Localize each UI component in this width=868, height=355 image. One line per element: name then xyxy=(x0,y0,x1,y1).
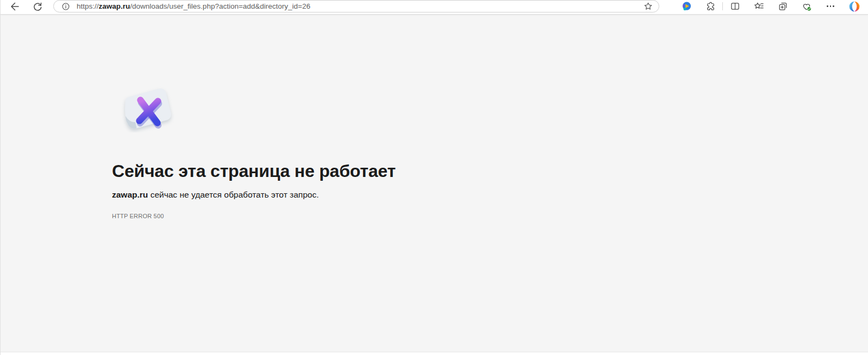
browser-essentials-button[interactable] xyxy=(799,0,814,13)
address-bar[interactable]: https://zawap.ru/downloads/user_files.ph… xyxy=(53,0,659,12)
site-info-icon[interactable] xyxy=(61,2,70,11)
collections-button[interactable] xyxy=(775,0,790,13)
split-screen-button[interactable] xyxy=(727,0,742,13)
star-list-icon xyxy=(754,1,764,11)
back-button[interactable] xyxy=(7,0,22,13)
url-scheme: https:// xyxy=(77,2,99,10)
page-with-x-illustration xyxy=(118,86,177,132)
error-block: Сейчас эта страница не работает zawap.ru… xyxy=(1,15,868,219)
browser-toolbar: https://zawap.ru/downloads/user_files.ph… xyxy=(1,0,868,15)
error-page: Сейчас эта страница не работает zawap.ru… xyxy=(1,15,868,352)
toolbar-right-cluster xyxy=(679,0,862,13)
ellipsis-icon xyxy=(827,5,834,7)
toolbar-divider xyxy=(722,2,723,10)
star-outline-icon xyxy=(644,2,653,11)
media-play-icon xyxy=(682,1,692,11)
copilot-button[interactable] xyxy=(847,0,862,13)
settings-more-button[interactable] xyxy=(823,0,838,13)
browser-window: { "browser": { "url": { "scheme": "https… xyxy=(0,0,868,355)
error-message-domain: zawap.ru xyxy=(112,190,148,199)
error-title: Сейчас эта страница не работает xyxy=(112,161,868,181)
favorites-button[interactable] xyxy=(751,0,766,13)
url-domain: zawap.ru xyxy=(99,2,130,10)
refresh-icon xyxy=(32,1,43,12)
error-message-text: сейчас не удается обработать этот запрос… xyxy=(148,190,319,199)
split-screen-icon xyxy=(730,1,740,11)
url-text[interactable]: https://zawap.ru/downloads/user_files.ph… xyxy=(77,2,641,10)
window-bottom-edge xyxy=(1,352,868,355)
puzzle-icon xyxy=(705,1,716,11)
error-message: zawap.ru сейчас не удается обработать эт… xyxy=(112,190,868,200)
back-arrow-icon xyxy=(9,1,20,12)
add-favorite-button[interactable] xyxy=(641,1,654,12)
copilot-icon xyxy=(848,1,860,12)
extensions-button[interactable] xyxy=(703,0,718,13)
heart-check-icon xyxy=(801,1,812,12)
collections-icon xyxy=(778,1,788,11)
url-path: /downloads/user_files.php?action=add&dir… xyxy=(130,2,310,10)
refresh-button[interactable] xyxy=(30,0,45,13)
error-code: HTTP ERROR 500 xyxy=(112,213,868,219)
extension-media-button[interactable] xyxy=(679,0,694,13)
